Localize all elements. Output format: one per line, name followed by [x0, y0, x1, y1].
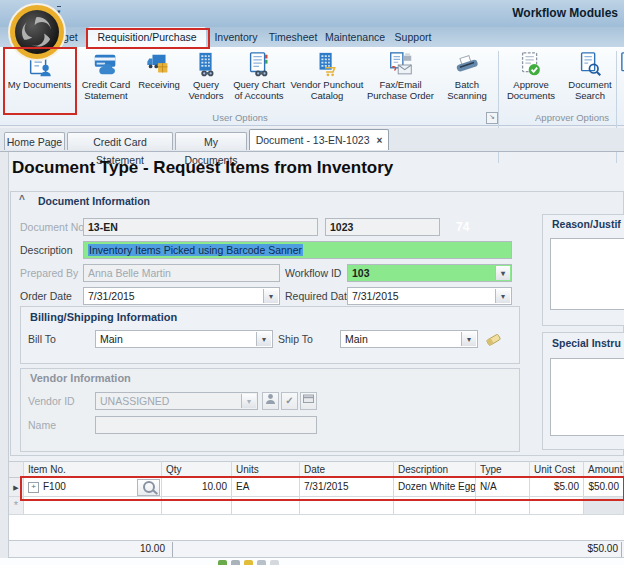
grid-col-unit-cost[interactable]: Unit Cost	[530, 461, 584, 478]
close-tab-icon[interactable]: ×	[376, 135, 382, 146]
doc-tab-home-page[interactable]: Home Page	[4, 132, 65, 150]
special-instructions-textarea[interactable]	[550, 358, 624, 436]
required-date-combo[interactable]: 7/31/2015▾	[347, 287, 512, 305]
grid-indicator-header	[9, 461, 24, 478]
ship-to-label: Ship To	[278, 333, 313, 345]
credit-card-cloud-icon	[92, 51, 120, 79]
fax-email-purchase-order-button[interactable]: Fax/Email Purchase Order	[364, 48, 437, 112]
description-label: Description	[20, 244, 73, 256]
doc-tab-my-documents[interactable]: My Documents	[175, 132, 247, 150]
ribbon-tab-requisition-purchase-order[interactable]: Requisition/Purchase Order	[88, 27, 206, 47]
page-title: Document Type - Request Items from Inven…	[12, 158, 393, 178]
grid-cell-units[interactable]: EA	[232, 478, 300, 497]
grid-new-row-cell[interactable]	[530, 497, 584, 515]
vendor-lookup-button	[262, 392, 279, 410]
grid-col-date[interactable]: Date	[300, 461, 394, 478]
grid-empty-area[interactable]	[9, 515, 624, 540]
vendor-punchout-catalog-button[interactable]: Vendor Punchout Catalog	[290, 48, 364, 112]
grid-col-qty[interactable]: Qty	[162, 461, 232, 478]
order-date-combo[interactable]: 7/31/2015▾	[83, 287, 280, 305]
batch-scanning-button[interactable]: Batch Scanning	[440, 48, 494, 112]
grid-new-row-cell[interactable]	[394, 497, 476, 515]
building-binoculars-icon	[192, 51, 220, 79]
mini-toolbar-icon[interactable]	[244, 560, 253, 565]
description-field[interactable]: Inventory Items Picked using Barcode San…	[83, 241, 512, 259]
grid-cell-date[interactable]: 7/31/2015	[300, 478, 394, 497]
dropdown-icon[interactable]: ▾	[263, 289, 278, 303]
workflow-id-combo[interactable]: 103▾	[347, 264, 512, 282]
grid-new-row-cell[interactable]	[300, 497, 394, 515]
receiving-button[interactable]: Receiving	[136, 48, 182, 112]
mini-toolbar-icon[interactable]	[257, 560, 266, 565]
vendor-id-combo: UNASSIGNED▾	[95, 392, 258, 410]
approve-documents-button[interactable]: Approve Documents	[502, 48, 560, 112]
ribbon-tab-maintenance[interactable]: Maintenance	[324, 27, 386, 47]
left-splitter[interactable]	[0, 152, 9, 565]
grid-col-amount[interactable]: Amount	[584, 461, 624, 478]
ribbon-tab-timesheet[interactable]: Timesheet	[266, 27, 320, 47]
grid-new-row-cell[interactable]	[584, 497, 624, 515]
vendor-person-icon	[265, 393, 276, 405]
cut-off-ribbon-button[interactable]: R	[619, 48, 624, 112]
dropdown-icon[interactable]: ▾	[256, 332, 271, 346]
grid-new-row-cell[interactable]	[476, 497, 530, 515]
check-icon: ✓	[285, 395, 293, 406]
dropdown-icon[interactable]: ▾	[495, 289, 510, 303]
grid-col-units[interactable]: Units	[232, 461, 300, 478]
reason-justification-textarea[interactable]	[550, 238, 624, 310]
doc-tab-document-13-en-1023[interactable]: Document - 13-EN-1023×	[249, 129, 389, 150]
mini-toolbar-icon[interactable]	[218, 560, 227, 565]
dropdown-icon[interactable]: ▾	[495, 266, 510, 280]
doc-tab-credit-card-statement[interactable]: Credit Card Statement	[67, 132, 173, 150]
collapse-section-icon[interactable]: ^	[19, 194, 25, 205]
eraser-icon[interactable]	[484, 330, 502, 348]
grid-new-row-cell[interactable]	[162, 497, 232, 515]
grid-cell-unit-cost[interactable]: $5.00	[530, 478, 584, 497]
grid-cell-qty[interactable]: 10.00	[162, 478, 232, 497]
grid-new-row-cell[interactable]	[232, 497, 300, 515]
grid-cell-item-no[interactable]: +F100	[24, 478, 162, 497]
grid-col-description[interactable]: Description	[394, 461, 476, 478]
vendor-verify-button: ✓	[281, 392, 298, 410]
ship-to-combo[interactable]: Main▾	[340, 330, 478, 348]
document-search-button[interactable]: Document Search	[562, 48, 618, 112]
dropdown-icon[interactable]: ▾	[461, 332, 476, 346]
mini-toolbar-icon[interactable]	[270, 560, 279, 565]
app-logo-icon[interactable]	[7, 2, 67, 62]
grid-cell-amount[interactable]: $50.00	[584, 478, 624, 497]
total-amount: $50.00	[519, 543, 618, 554]
grid-cell-type[interactable]: N/A	[476, 478, 530, 497]
mini-toolbar-icon[interactable]	[231, 560, 240, 565]
magnifier-icon	[143, 481, 155, 493]
required-date-label: Required Date	[285, 290, 353, 302]
bill-to-label: Bill To	[28, 333, 56, 345]
grid-new-row-cell[interactable]	[24, 497, 162, 515]
grid-col-type[interactable]: Type	[476, 461, 530, 478]
dialog-launcher-icon[interactable]: ↘	[486, 112, 498, 124]
document-no-number-field[interactable]: 1023	[325, 218, 440, 236]
row-marker-icon: ▶	[9, 478, 24, 497]
ledger-binoculars-icon	[245, 51, 273, 79]
grid-summary-row: 10.00 $50.00	[9, 540, 624, 558]
credit-card-statement-button[interactable]: Credit Card Statement	[78, 48, 134, 112]
section-title-document-information: Document Information	[38, 195, 150, 207]
selected-text: Inventory Items Picked using Barcode San…	[88, 244, 303, 256]
bill-to-combo[interactable]: Main▾	[95, 330, 273, 348]
ribbon-group-label-user-options: User Options	[160, 112, 320, 124]
document-search-icon	[576, 51, 604, 79]
query-chart-of-accounts-button[interactable]: Query Chart of Accounts	[230, 48, 288, 112]
item-lookup-button[interactable]	[137, 479, 160, 496]
ribbon-tab-inventory[interactable]: Inventory	[210, 27, 262, 47]
bottom-toolbar	[0, 558, 624, 565]
partial-document-icon	[620, 51, 624, 79]
grid-col-item-no[interactable]: Item No.	[24, 461, 162, 478]
document-no-prefix-field[interactable]: 13-EN	[83, 218, 318, 236]
title-bar: ▾ Workflow Modules	[0, 0, 624, 28]
section-title-billing-shipping: Billing/Shipping Information	[30, 311, 177, 323]
grid-cell-description[interactable]: Dozen White Eggs	[394, 478, 476, 497]
ribbon-tab-support[interactable]: Support	[390, 27, 436, 47]
ribbon-tab-row: Budget Requisition/Purchase Order Invent…	[0, 27, 624, 47]
query-vendors-button[interactable]: Query Vendors	[184, 48, 228, 112]
expand-row-icon[interactable]: +	[28, 482, 39, 493]
document-count-watermark: 74	[456, 220, 469, 234]
